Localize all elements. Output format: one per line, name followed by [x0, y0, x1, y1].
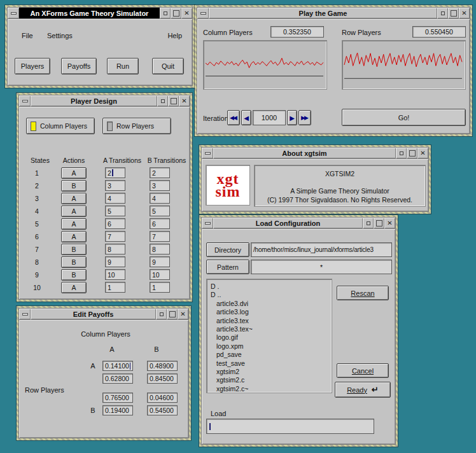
payoff-ab-bottom-input[interactable]: 0.84500 [147, 373, 178, 384]
iterations-input[interactable]: 1000 [253, 110, 286, 125]
file-list-item[interactable]: xgtsim2 [207, 368, 332, 376]
a-transition-input[interactable]: 3 [105, 180, 125, 191]
iconify-button[interactable] [157, 95, 168, 106]
b-transition-input[interactable]: 5 [150, 206, 170, 216]
forward-fast-button[interactable]: ▶▶ [298, 110, 311, 125]
action-toggle-button[interactable]: A [61, 218, 87, 230]
close-button[interactable]: ✕ [459, 8, 470, 18]
maximize-button[interactable] [167, 309, 178, 319]
file-list-item[interactable]: pd_save [207, 351, 332, 359]
b-transition-input[interactable]: 3 [150, 180, 170, 191]
a-transition-input[interactable]: 5 [105, 206, 125, 216]
maximize-button[interactable] [448, 8, 459, 18]
maximize-button[interactable] [168, 95, 179, 106]
iconify-button[interactable] [396, 148, 407, 158]
file-list-item[interactable]: test_save [207, 359, 332, 368]
b-transition-input[interactable]: 6 [150, 218, 170, 229]
file-list-item[interactable]: logo.xpm [207, 342, 332, 351]
pattern-input[interactable]: * [251, 260, 392, 274]
payoff-ba-bottom-input[interactable]: 0.19400 [102, 405, 133, 415]
b-transition-input[interactable]: 9 [150, 256, 170, 267]
file-list-item[interactable]: D . [207, 282, 332, 291]
file-list-item[interactable]: xgtsim2.c~ [207, 385, 332, 393]
file-list-item[interactable]: article3.log [207, 308, 332, 316]
window-menu-icon[interactable] [202, 148, 213, 158]
iconify-button[interactable] [437, 8, 448, 18]
b-transition-input[interactable]: 4 [150, 193, 170, 204]
action-toggle-button[interactable]: B [61, 244, 87, 255]
cancel-button[interactable]: Cancel [337, 363, 389, 378]
action-toggle-button[interactable]: A [61, 206, 87, 217]
file-list-item[interactable]: article3.tex~ [207, 325, 332, 333]
titlebar[interactable]: Edit Payoffs ✕ [19, 309, 188, 320]
action-toggle-button[interactable]: A [61, 231, 87, 242]
file-list-item[interactable]: article3.tex [207, 317, 332, 325]
action-toggle-button[interactable]: B [61, 256, 87, 268]
a-transition-input[interactable]: 6 [105, 218, 125, 229]
b-transition-input[interactable]: 2 [150, 167, 170, 178]
close-button[interactable]: ✕ [179, 95, 190, 106]
close-button[interactable]: ✕ [178, 309, 188, 319]
payoff-aa-bottom-input[interactable]: 0.62800 [102, 373, 133, 384]
file-list-item[interactable]: xgtsim2.c [207, 376, 332, 384]
titlebar[interactable]: About xgtsim ✕ [202, 148, 428, 159]
payoff-ab-top-input[interactable]: 0.48900 [147, 361, 178, 371]
rescan-button[interactable]: Rescan [337, 286, 389, 300]
file-list-item[interactable]: article3.dvi [207, 300, 332, 308]
file-list-item[interactable]: logo.gif [207, 333, 332, 342]
ready-button[interactable]: Ready ↵ [335, 382, 391, 398]
maximize-button[interactable] [407, 148, 417, 158]
action-toggle-button[interactable]: A [61, 193, 87, 204]
payoffs-button[interactable]: Payoffs [61, 58, 97, 74]
window-menu-icon[interactable] [202, 218, 213, 228]
run-button[interactable]: Run [107, 58, 139, 74]
b-transition-input[interactable]: 7 [150, 231, 170, 242]
action-toggle-button[interactable]: B [61, 269, 87, 281]
quit-button[interactable]: Quit [152, 58, 184, 74]
go-button[interactable]: Go! [342, 109, 466, 126]
action-toggle-button[interactable]: B [61, 180, 87, 192]
titlebar[interactable]: Play the Game ✕ [197, 8, 470, 19]
maximize-button[interactable] [171, 8, 181, 18]
a-transition-input[interactable]: 10 [105, 269, 125, 280]
menu-help[interactable]: Help [167, 32, 182, 39]
iconify-button[interactable] [156, 309, 167, 319]
close-button[interactable]: ✕ [384, 218, 395, 228]
a-transition-input[interactable]: 9 [105, 256, 125, 267]
pattern-button[interactable]: Pattern [206, 260, 249, 274]
b-transition-input[interactable]: 8 [150, 244, 170, 254]
close-button[interactable]: ✕ [417, 148, 428, 158]
b-transition-input[interactable]: 10 [150, 269, 170, 280]
action-toggle-button[interactable]: A [61, 282, 87, 293]
a-transition-input[interactable]: 1 [105, 282, 125, 293]
b-transition-input[interactable]: 1 [150, 282, 170, 293]
a-transition-input[interactable]: 8 [105, 244, 125, 254]
payoff-ba-top-input[interactable]: 0.76500 [102, 393, 133, 403]
payoff-bb-top-input[interactable]: 0.04600 [147, 393, 178, 403]
payoff-aa-top-input[interactable]: 0.14100 [102, 361, 133, 371]
action-toggle-button[interactable]: A [61, 167, 87, 179]
titlebar[interactable]: An XForms Game Theory Simulator ✕ [8, 8, 192, 19]
menu-file[interactable]: File [22, 32, 33, 39]
a-transition-input[interactable]: 7 [105, 231, 125, 242]
iconify-button[interactable] [160, 8, 171, 18]
maximize-button[interactable] [374, 218, 384, 228]
titlebar[interactable]: Load Configuration ✕ [202, 218, 395, 229]
titlebar[interactable]: Player Design ✕ [19, 95, 190, 107]
rewind-button[interactable]: ◀ [241, 110, 251, 125]
iconify-button[interactable] [363, 218, 374, 228]
directory-button[interactable]: Directory [206, 242, 249, 257]
load-input[interactable] [206, 419, 374, 434]
window-menu-icon[interactable] [19, 309, 31, 319]
directory-input[interactable]: /home/thor/misc/linux_journal/xforms/art… [251, 242, 392, 257]
window-menu-icon[interactable] [8, 8, 19, 18]
menu-settings[interactable]: Settings [47, 32, 73, 39]
window-menu-icon[interactable] [197, 8, 209, 18]
a-transition-input[interactable]: 4 [105, 193, 125, 204]
a-transition-input[interactable]: 2 [105, 167, 125, 178]
payoff-bb-bottom-input[interactable]: 0.54500 [147, 405, 178, 415]
forward-button[interactable]: ▶ [287, 110, 297, 125]
window-menu-icon[interactable] [19, 95, 31, 106]
players-button[interactable]: Players [15, 58, 50, 74]
file-list-item[interactable]: D .. [207, 291, 332, 299]
